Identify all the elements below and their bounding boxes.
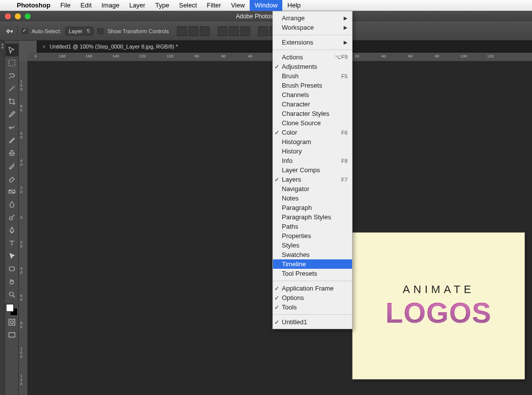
mac-menubar: Photoshop File Edit Image Layer Type Sel…	[0, 0, 532, 11]
tool-path-select[interactable]	[5, 249, 18, 262]
svg-point-2	[9, 217, 12, 220]
tool-screenmode[interactable]	[5, 329, 18, 342]
menu-item-clone-source[interactable]: Clone Source	[273, 118, 352, 128]
menu-item-brush-presets[interactable]: Brush Presets	[273, 81, 352, 90]
menu-item-tools[interactable]: ✓Tools	[273, 302, 352, 312]
menu-item-paragraph-styles[interactable]: Paragraph Styles	[273, 212, 352, 222]
align-icon[interactable]	[177, 26, 187, 36]
align-icon[interactable]	[240, 26, 250, 36]
menu-item-swatches[interactable]: Swatches	[273, 250, 352, 259]
menu-filter[interactable]: Filter	[202, 0, 226, 11]
menu-item-color[interactable]: ✓ColorF6	[273, 128, 352, 137]
svg-rect-0	[9, 60, 15, 66]
menu-item-histogram[interactable]: Histogram	[273, 137, 352, 147]
tool-eraser[interactable]	[5, 172, 18, 185]
menu-item-channels[interactable]: Channels	[273, 90, 352, 99]
menu-item-actions[interactable]: Actions⌥F9	[273, 52, 352, 62]
menu-window[interactable]: Window	[250, 0, 282, 11]
align-group-2	[218, 26, 250, 36]
menu-item-options[interactable]: ✓Options	[273, 293, 352, 302]
align-icon[interactable]	[188, 26, 198, 36]
app-titlebar: Adobe Photoshop CS6	[0, 11, 532, 22]
tool-heal[interactable]	[5, 121, 18, 134]
tool-blur[interactable]	[5, 198, 18, 211]
app-title: Adobe Photoshop CS6	[0, 13, 532, 20]
menu-item-history[interactable]: History	[273, 147, 352, 156]
artboard: ANIMATE LOGOS	[352, 232, 525, 380]
close-tab-icon[interactable]: ×	[43, 44, 45, 49]
menu-edit[interactable]: Edit	[76, 0, 96, 11]
tool-crop[interactable]	[5, 95, 18, 108]
show-transform-checkbox[interactable]	[97, 28, 103, 34]
artwork-line2: LOGOS	[353, 296, 525, 329]
menu-item-info[interactable]: InfoF8	[273, 156, 352, 165]
tool-pen[interactable]	[5, 224, 18, 237]
menu-type[interactable]: Type	[150, 0, 174, 11]
show-transform-label: Show Transform Controls	[107, 28, 169, 34]
tool-zoom[interactable]	[5, 288, 18, 301]
artwork-line1: ANIMATE	[353, 283, 525, 296]
tool-type[interactable]	[5, 237, 18, 249]
distribute-icon[interactable]	[258, 26, 268, 36]
svg-point-6	[10, 321, 13, 324]
auto-select-checkbox[interactable]	[22, 28, 28, 34]
tool-stamp[interactable]	[5, 147, 18, 159]
menu-item-adjustments[interactable]: ✓Adjustments	[273, 62, 352, 71]
options-bar: ✥▾ Auto-Select: Layer Show Transform Con…	[0, 22, 532, 41]
tool-dodge[interactable]	[5, 211, 18, 224]
menu-select[interactable]: Select	[174, 0, 202, 11]
tool-shape[interactable]	[5, 262, 18, 275]
menu-item-properties[interactable]: Properties	[273, 231, 352, 241]
menu-item-arrange[interactable]: Arrange▶	[273, 13, 352, 23]
menu-item-notes[interactable]: Notes	[273, 194, 352, 203]
tool-quickmask[interactable]	[5, 316, 18, 329]
menu-app[interactable]: Photoshop	[12, 0, 55, 11]
panel-strip[interactable]	[0, 41, 5, 395]
menu-item-brush[interactable]: BrushF5	[273, 71, 352, 81]
menu-image[interactable]: Image	[96, 0, 124, 11]
tool-move[interactable]	[5, 44, 18, 56]
menu-layer[interactable]: Layer	[124, 0, 150, 11]
menu-file[interactable]: File	[55, 0, 76, 11]
menu-item-paragraph[interactable]: Paragraph	[273, 203, 352, 212]
move-tool-icon: ✥▾	[6, 28, 13, 35]
menu-item-styles[interactable]: Styles	[273, 241, 352, 250]
svg-rect-3	[9, 267, 14, 271]
menu-item-layer-comps[interactable]: Layer Comps	[273, 165, 352, 175]
menu-help[interactable]: Help	[282, 0, 306, 11]
align-icon[interactable]	[229, 26, 239, 36]
svg-rect-7	[9, 333, 15, 337]
menu-item-untitled1[interactable]: ✓Untitled1	[273, 317, 352, 327]
menu-item-navigator[interactable]: Navigator	[273, 184, 352, 194]
color-swatches[interactable]	[6, 304, 18, 316]
auto-select-label: Auto-Select:	[32, 28, 61, 34]
menu-item-extensions[interactable]: Extensions▶	[273, 38, 352, 47]
vertical-ruler[interactable]: 10080604020020406080100120	[19, 61, 28, 395]
menu-item-workspace[interactable]: Workspace▶	[273, 23, 352, 32]
menu-item-application-frame[interactable]: ✓Application Frame	[273, 284, 352, 293]
menu-item-timeline[interactable]: Timeline	[273, 259, 352, 269]
tool-brush[interactable]	[5, 134, 18, 147]
document-tab[interactable]: × Untitled1 @ 100% (Step_0000_Layer 8.jp…	[37, 42, 184, 51]
tool-history-brush[interactable]	[5, 159, 18, 172]
tool-gradient[interactable]	[5, 185, 18, 198]
svg-rect-5	[9, 319, 15, 325]
align-icon[interactable]	[218, 26, 227, 36]
align-group-1	[177, 26, 210, 36]
menu-view[interactable]: View	[226, 0, 250, 11]
toolbox	[5, 41, 19, 395]
align-icon[interactable]	[200, 26, 210, 36]
menu-item-layers[interactable]: ✓LayersF7	[273, 175, 352, 184]
tool-hand[interactable]	[5, 275, 18, 288]
tool-marquee[interactable]	[5, 56, 18, 69]
menu-item-paths[interactable]: Paths	[273, 222, 352, 231]
tool-wand[interactable]	[5, 82, 18, 95]
tool-lasso[interactable]	[5, 69, 18, 82]
auto-select-dropdown[interactable]: Layer	[65, 27, 94, 36]
window-menu-dropdown: Arrange▶Workspace▶Extensions▶Actions⌥F9✓…	[272, 11, 353, 329]
document-tab-label: Untitled1 @ 100% (Step_0000_Layer 8.jpg,…	[49, 44, 177, 49]
menu-item-character[interactable]: Character	[273, 99, 352, 109]
menu-item-character-styles[interactable]: Character Styles	[273, 109, 352, 118]
tool-eyedropper[interactable]	[5, 108, 18, 121]
menu-item-tool-presets[interactable]: Tool Presets	[273, 269, 352, 278]
